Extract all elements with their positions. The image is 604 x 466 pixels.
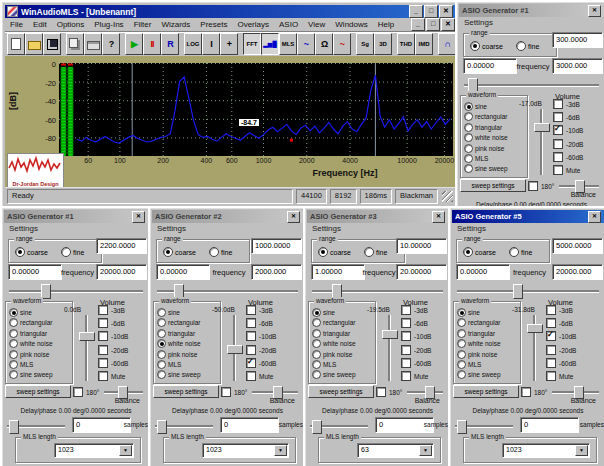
generator-titlebar[interactable]: ASIO Generator #1 ✕ [4, 210, 148, 223]
radio-icon[interactable] [464, 102, 473, 111]
frequency-min-field[interactable]: 0.00000 [8, 264, 62, 280]
volume-slider[interactable] [526, 315, 542, 381]
volume-preset-3db[interactable]: -3dB [98, 305, 148, 318]
sweep-settings-button[interactable]: sweep settings [460, 179, 526, 192]
fine-radio[interactable] [209, 247, 219, 257]
mls-length-dropdown[interactable]: 1023 ▼ [54, 443, 134, 458]
checkbox-icon[interactable] [546, 331, 556, 341]
checkbox-icon[interactable] [246, 318, 256, 328]
radio-icon[interactable] [312, 329, 321, 338]
mls-button[interactable]: MLS [279, 33, 297, 55]
volume-preset-6db[interactable]: -6dB [546, 318, 604, 331]
delay-samples-slider[interactable] [455, 420, 513, 432]
slider-thumb[interactable] [227, 345, 243, 354]
checkbox-icon[interactable] [401, 318, 411, 328]
radio-icon[interactable] [157, 360, 166, 369]
volume-preset-3db[interactable]: -3dB [401, 305, 448, 318]
thd-button[interactable]: THD [397, 33, 415, 55]
close-button[interactable]: ✕ [588, 5, 601, 17]
checkbox-icon[interactable] [546, 358, 556, 368]
frequency-slider[interactable] [312, 284, 443, 297]
frequency-field[interactable]: 20000.000 [96, 264, 147, 280]
checkbox-icon[interactable] [98, 305, 108, 315]
sweep-settings-button[interactable]: sweep settings [153, 385, 219, 398]
dropdown-arrow-icon[interactable]: ▼ [274, 445, 287, 456]
resize-grip[interactable] [442, 191, 453, 202]
settings-menu[interactable]: Settings [9, 224, 38, 235]
volume-preset-20db[interactable]: -20dB [246, 345, 303, 358]
mdi-minimize-button[interactable]: _ [411, 18, 425, 31]
checkbox-icon[interactable] [98, 358, 108, 368]
waveform-option-pink-noise[interactable]: pink noise [464, 144, 526, 154]
imd-button[interactable]: IMD [415, 33, 433, 55]
volume-preset-60db[interactable]: -60dB [553, 152, 604, 165]
record-button[interactable]: R [161, 33, 179, 55]
coarse-radio[interactable] [163, 247, 173, 257]
radio-icon[interactable] [9, 318, 18, 327]
waveform-option-sine[interactable]: sine [457, 308, 519, 318]
checkbox-icon[interactable] [546, 318, 556, 328]
waveform-option-white-noise[interactable]: white noise [312, 339, 374, 349]
volume-preset-20db[interactable]: -20dB [553, 139, 604, 152]
slider-thumb[interactable] [157, 420, 167, 434]
slider-track[interactable] [9, 290, 143, 292]
waveform-option-sine-sweep[interactable]: sine sweep [312, 370, 374, 380]
radio-icon[interactable] [464, 144, 473, 153]
frequency-field[interactable]: 20.00000 [396, 264, 447, 280]
mls-length-dropdown[interactable]: 1023 ▼ [502, 443, 590, 458]
radio-icon[interactable] [157, 318, 166, 327]
frequency-field[interactable]: 3000.000 [552, 58, 603, 74]
cursor-button[interactable]: I [202, 33, 220, 55]
phase-180-checkbox[interactable] [528, 181, 538, 191]
main-titlebar[interactable]: WinAudioMLS - [Unbenannt] _□✕ [5, 5, 455, 18]
volume-slider[interactable] [381, 315, 397, 381]
checkbox-icon[interactable] [246, 331, 256, 341]
radio-icon[interactable] [457, 308, 466, 317]
waveform-option-pink-noise[interactable]: pink noise [9, 350, 71, 360]
slider-thumb[interactable] [9, 420, 19, 434]
waveform-option-triangular[interactable]: triangular [312, 329, 374, 339]
coarse-radio[interactable] [318, 247, 328, 257]
frequency-slider[interactable] [9, 284, 143, 297]
transfer-function-button[interactable]: ~ [333, 33, 351, 55]
slider-thumb[interactable] [382, 330, 398, 339]
volume-slider[interactable] [226, 315, 242, 381]
volume-preset-10db[interactable]: -10dB [246, 331, 303, 344]
oscilloscope-button[interactable]: ~ [297, 33, 315, 55]
generator-titlebar[interactable]: ASIO Generator #1 ✕ [459, 4, 604, 17]
menu-filter[interactable]: Filter [129, 19, 157, 30]
samples-field[interactable]: 0 [220, 417, 279, 433]
volume-preset-60db[interactable]: -60dB [246, 358, 303, 371]
waveform-option-white-noise[interactable]: white noise [9, 339, 71, 349]
generator-titlebar[interactable]: ASIO Generator #5 ✕ [452, 210, 604, 223]
waveform-option-rectangular[interactable]: rectangular [9, 318, 71, 328]
volume-slider[interactable] [533, 109, 549, 175]
checkbox-icon[interactable] [401, 358, 411, 368]
frequency-slider[interactable] [464, 78, 599, 91]
waveform-option-sine-sweep[interactable]: sine sweep [157, 370, 219, 380]
spectrum-plot[interactable] [59, 63, 453, 156]
close-button[interactable]: ✕ [588, 211, 601, 223]
waveform-option-white-noise[interactable]: white noise [457, 339, 519, 349]
radio-icon[interactable] [157, 370, 166, 379]
volume-slider[interactable] [78, 315, 94, 381]
menu-edit[interactable]: Edit [28, 19, 52, 30]
waveform-option-sine[interactable]: sine [312, 308, 374, 318]
fine-radio[interactable] [61, 247, 71, 257]
range-value-field[interactable]: 2200.0000 [96, 238, 147, 254]
sweep-settings-button[interactable]: sweep settings [5, 385, 71, 398]
sweep-settings-button[interactable]: sweep settings [308, 385, 374, 398]
volume-preset-60db[interactable]: -60dB [546, 358, 604, 371]
waveform-option-rectangular[interactable]: rectangular [464, 112, 526, 122]
volume-preset-mute[interactable]: Mute [553, 165, 604, 178]
close-button[interactable]: ✕ [287, 211, 300, 223]
checkbox-icon[interactable] [553, 152, 563, 162]
checkbox-icon[interactable] [246, 358, 256, 368]
phase-180-checkbox[interactable] [73, 387, 83, 397]
waveform-option-white-noise[interactable]: white noise [157, 339, 219, 349]
waveform-option-MLS[interactable]: MLS [464, 154, 526, 164]
waveform-option-pink-noise[interactable]: pink noise [457, 350, 519, 360]
menu-view[interactable]: View [303, 19, 330, 30]
radio-icon[interactable] [312, 318, 321, 327]
new-button[interactable] [7, 33, 25, 55]
